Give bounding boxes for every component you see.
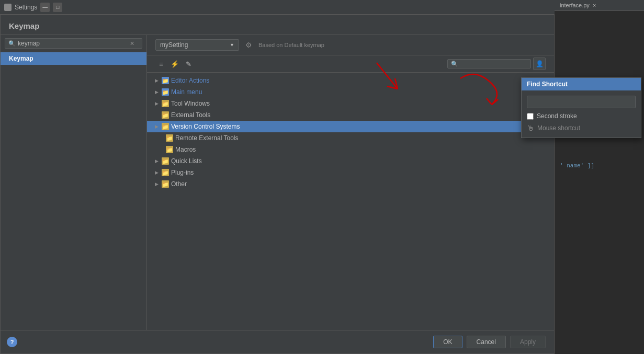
find-shortcut-popup: Find Shortcut Second stroke 🖱 Mouse shor…	[521, 77, 641, 138]
find-shortcut-title: Find Shortcut	[522, 78, 641, 90]
title-bar-text: Settings	[15, 4, 37, 11]
keymap-controls: mySetting ▼ ⚙ Based on Default keymap	[147, 35, 554, 55]
mouse-shortcut-row: 🖱 Mouse shortcut	[527, 124, 636, 132]
folder-icon-editor-actions: 📁	[162, 77, 169, 84]
chevron-down-icon: ▼	[230, 42, 234, 48]
folder-icon-tool-windows: 📁	[162, 100, 169, 107]
expand-arrow-quick-lists: ▶	[153, 158, 160, 164]
keymap-header: Keymap	[1, 15, 554, 35]
app-icon	[4, 4, 12, 11]
search-icon: 🔍	[8, 40, 16, 47]
expand-arrow-version-control: ▶	[153, 123, 160, 130]
content-area: mySetting ▼ ⚙ Based on Default keymap ≡ …	[147, 35, 554, 330]
folder-icon-quick-lists: 📁	[162, 157, 169, 165]
folder-icon-main-menu: 📁	[162, 88, 169, 96]
tree-label-tool-windows: Tool Windows	[171, 100, 210, 107]
tree-item-tool-windows[interactable]: ▶ 📁 Tool Windows	[147, 98, 554, 109]
editor-area: interface.py × ' name' ]]	[555, 0, 644, 354]
expand-arrow-editor-actions: ▶	[153, 77, 160, 84]
toolbar: ≡ ⚡ ✎ 👤	[147, 55, 554, 73]
settings-dialog: Keymap 🔍 ✕ Keymap mySetting ▼	[0, 15, 555, 354]
editor-tab-close[interactable]: ×	[593, 2, 596, 8]
editor-tab: interface.py ×	[555, 0, 644, 11]
mouse-icon: 🖱	[527, 124, 534, 132]
editor-tab-label: interface.py	[560, 2, 590, 8]
keymap-dropdown[interactable]: mySetting ▼	[155, 39, 239, 51]
maximize-button[interactable]: □	[53, 3, 62, 12]
sidebar-search-box: 🔍 ✕	[5, 38, 142, 49]
tree-area: ▶ 📁 Editor Actions ▶ 📁 Main menu ▶ 📁 Too…	[147, 73, 554, 330]
minimize-button[interactable]: —	[40, 3, 50, 12]
second-stroke-row: Second stroke	[527, 112, 636, 120]
edit-button[interactable]: ✎	[183, 58, 194, 70]
tree-item-macros[interactable]: 📁 Macros	[147, 144, 554, 155]
tree-label-other: Other	[171, 180, 187, 188]
sidebar-item-keymap[interactable]: Keymap	[1, 52, 146, 65]
search-avatar-button[interactable]: 👤	[533, 58, 546, 70]
folder-icon-version-control: 📁	[162, 123, 169, 130]
folder-icon-remote-external: 📁	[166, 134, 173, 142]
sidebar-search-input[interactable]	[18, 40, 128, 47]
avatar-icon: 👤	[536, 60, 544, 67]
expand-arrow-main-menu: ▶	[153, 89, 160, 95]
folder-icon-other: 📁	[162, 180, 169, 188]
apply-button[interactable]: Apply	[510, 336, 546, 348]
search-right: 👤	[447, 58, 546, 70]
tree-item-version-control[interactable]: ▶ 📁 Version Control Systems	[147, 121, 554, 132]
tree-label-version-control: Version Control Systems	[171, 123, 240, 130]
find-shortcut-input[interactable]	[527, 96, 636, 108]
tree-label-main-menu: Main menu	[171, 88, 202, 96]
folder-icon-macros: 📁	[166, 146, 173, 153]
mouse-shortcut-label: Mouse shortcut	[537, 124, 580, 132]
expand-arrow-plug-ins: ▶	[153, 169, 160, 176]
expand-arrow-tool-windows: ▶	[153, 100, 160, 107]
tree-item-editor-actions[interactable]: ▶ 📁 Editor Actions	[147, 75, 554, 86]
folder-icon-external-tools: 📁	[162, 111, 169, 119]
find-shortcut-body: Second stroke 🖱 Mouse shortcut	[522, 90, 641, 138]
tree-item-quick-lists[interactable]: ▶ 📁 Quick Lists	[147, 155, 554, 167]
cancel-button[interactable]: Cancel	[467, 336, 506, 348]
tree-item-plug-ins[interactable]: ▶ 📁 Plug-ins	[147, 167, 554, 178]
help-button[interactable]: ?	[7, 337, 17, 347]
title-bar: Settings — □ ×	[0, 0, 644, 15]
tree-label-plug-ins: Plug-ins	[171, 169, 194, 176]
tree-item-other[interactable]: ▶ 📁 Other	[147, 178, 554, 190]
tree-item-remote-external[interactable]: 📁 Remote External Tools	[147, 132, 554, 144]
main-content: 🔍 ✕ Keymap mySetting ▼ ⚙ Based on Defaul…	[1, 35, 554, 330]
tree-label-editor-actions: Editor Actions	[171, 77, 209, 84]
tree-label-macros: Macros	[175, 146, 196, 153]
tree-label-quick-lists: Quick Lists	[171, 157, 202, 165]
ok-button[interactable]: OK	[433, 336, 462, 348]
tree-item-main-menu[interactable]: ▶ 📁 Main menu	[147, 86, 554, 98]
keymap-info: Based on Default keymap	[258, 42, 324, 48]
gear-icon[interactable]: ⚙	[245, 41, 252, 49]
tree-item-external-tools[interactable]: ▶ 📁 External Tools	[147, 109, 554, 121]
tree-label-remote-external: Remote External Tools	[175, 134, 239, 142]
clear-search-icon[interactable]: ✕	[130, 40, 134, 47]
second-stroke-checkbox[interactable]	[527, 113, 534, 120]
dialog-footer: OK Cancel Apply	[1, 330, 554, 353]
tree-label-external-tools: External Tools	[171, 111, 210, 119]
expand-all-button[interactable]: ≡	[155, 58, 167, 70]
editor-content: ' name' ]]	[555, 157, 644, 174]
sidebar-search-container: 🔍 ✕	[1, 35, 146, 52]
keymap-search-input[interactable]	[447, 59, 531, 68]
second-stroke-label: Second stroke	[537, 112, 577, 120]
expand-arrow-other: ▶	[153, 181, 160, 187]
filter-button[interactable]: ⚡	[169, 58, 180, 70]
folder-icon-plug-ins: 📁	[162, 169, 169, 176]
sidebar: 🔍 ✕ Keymap	[1, 35, 147, 330]
